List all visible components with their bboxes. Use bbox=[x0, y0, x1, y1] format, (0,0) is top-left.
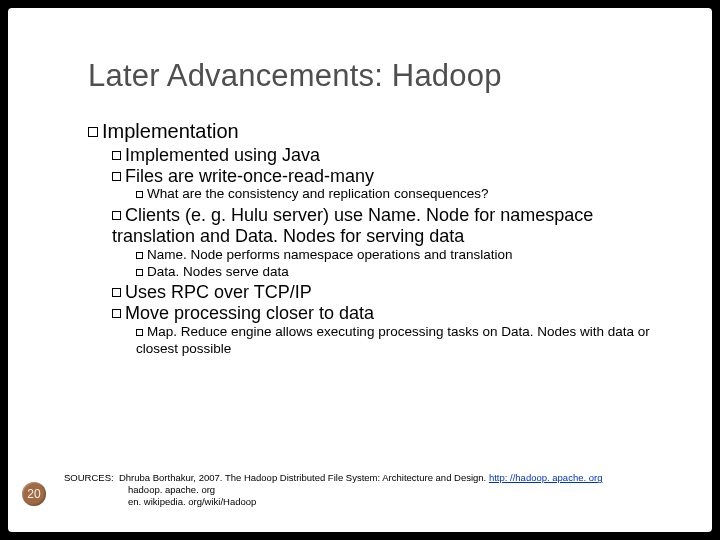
square-bullet-icon bbox=[112, 151, 121, 160]
sources-block: SOURCES: Dhruba Borthakur, 2007. The Had… bbox=[64, 472, 692, 508]
square-bullet-icon bbox=[136, 269, 143, 276]
slide: Later Advancements: Hadoop Implementatio… bbox=[8, 8, 712, 532]
square-bullet-icon bbox=[136, 191, 143, 198]
square-bullet-icon bbox=[136, 252, 143, 259]
bullet-l3: What are the consistency and replication… bbox=[136, 186, 672, 203]
source-link[interactable]: http: //hadoop. apache. org bbox=[489, 472, 603, 483]
bullet-text: Implemented using Java bbox=[125, 145, 320, 165]
source-line: en. wikipedia. org/wiki/Hadoop bbox=[128, 496, 692, 508]
bullet-text: What are the consistency and replication… bbox=[147, 186, 488, 201]
bullet-text: Map. Reduce engine allows executing proc… bbox=[136, 324, 650, 356]
source-line: hadoop. apache. org bbox=[128, 484, 692, 496]
bullet-l2: Uses RPC over TCP/IP bbox=[112, 282, 672, 303]
square-bullet-icon bbox=[112, 309, 121, 318]
square-bullet-icon bbox=[112, 172, 121, 181]
square-bullet-icon bbox=[112, 211, 121, 220]
bullet-l3: Name. Node performs namespace operations… bbox=[136, 247, 672, 264]
page-number-badge: 20 bbox=[22, 482, 46, 506]
sources-label: SOURCES: bbox=[64, 472, 114, 484]
bullet-l3: Data. Nodes serve data bbox=[136, 264, 672, 281]
square-bullet-icon bbox=[136, 329, 143, 336]
square-bullet-icon bbox=[88, 127, 98, 137]
bullet-l2: Files are write-once-read-many bbox=[112, 166, 672, 187]
bullet-text: Move processing closer to data bbox=[125, 303, 374, 323]
square-bullet-icon bbox=[112, 288, 121, 297]
bullet-text: Files are write-once-read-many bbox=[125, 166, 374, 186]
slide-body: Implementation Implemented using Java Fi… bbox=[88, 120, 672, 358]
bullet-text: Name. Node performs namespace operations… bbox=[147, 247, 512, 262]
bullet-l1: Implementation bbox=[88, 120, 672, 143]
bullet-l3: Map. Reduce engine allows executing proc… bbox=[136, 324, 672, 358]
bullet-text: Data. Nodes serve data bbox=[147, 264, 289, 279]
bullet-text: Implementation bbox=[102, 120, 239, 142]
bullet-text: Uses RPC over TCP/IP bbox=[125, 282, 312, 302]
bullet-l2: Clients (e. g. Hulu server) use Name. No… bbox=[112, 205, 672, 246]
bullet-l2: Move processing closer to data bbox=[112, 303, 672, 324]
slide-title: Later Advancements: Hadoop bbox=[88, 58, 502, 94]
bullet-text: Clients (e. g. Hulu server) use Name. No… bbox=[112, 205, 593, 246]
source-line: Dhruba Borthakur, 2007. The Hadoop Distr… bbox=[119, 472, 489, 483]
bullet-l2: Implemented using Java bbox=[112, 145, 672, 166]
